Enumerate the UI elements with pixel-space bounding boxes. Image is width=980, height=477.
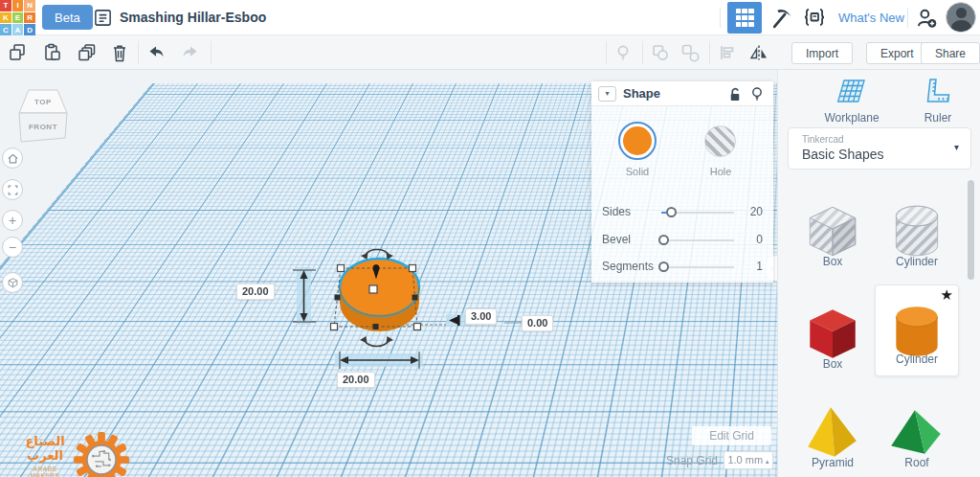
svg-text:FRONT: FRONT [29,123,57,131]
logo-tile: A [12,24,24,35]
share-button[interactable]: Share [921,42,980,64]
minecraft-pickaxe-icon[interactable] [769,6,793,33]
divider [709,41,710,64]
group-icon[interactable] [648,40,673,65]
slider-handle[interactable] [666,207,677,217]
divider [907,8,908,28]
zoom-out-button[interactable] [2,237,23,258]
ruler-tool[interactable]: Ruler [895,78,980,125]
pyramid-thumb [801,400,864,464]
slider-value: 20 [750,205,763,218]
shape-item-pyramid[interactable]: Pyramid [791,383,875,477]
chevron-down-icon [954,142,959,152]
snap-grid-value: 1.0 mm [727,454,763,466]
show-all-lightbulb-icon[interactable] [611,40,635,65]
box-transparent-thumb [801,199,864,262]
ungroup-icon[interactable] [678,40,702,65]
shape-item-box-transparent[interactable]: Box [791,182,875,278]
ruler-icon [923,78,953,106]
export-button[interactable]: Export [866,42,928,64]
design-properties-icon[interactable] [93,8,113,32]
shape-item-cylinder-transparent[interactable]: Cylinder [875,182,959,278]
slider-value: 1 [756,260,763,273]
hole-swatch[interactable] [704,125,736,157]
codeblocks-icon[interactable] [802,5,827,33]
hide-lightbulb-icon[interactable] [747,84,767,106]
workplane-tool[interactable]: Workplane [809,78,895,125]
workplane-label: Workplane [809,111,895,125]
shape-item-box-red[interactable]: Box [791,284,875,380]
zoom-in-button[interactable] [2,210,23,231]
apps-grid-button[interactable] [727,2,762,34]
shape-label: Pyramid [791,456,875,469]
redo-icon[interactable] [178,40,203,65]
elevation-dimension-input[interactable]: 0.00 [522,315,553,331]
view-cube[interactable]: TOP FRONT [15,87,71,148]
depth-dimension-input[interactable]: 20.00 [236,284,275,300]
box-red-thumb [801,302,864,365]
unlock-icon[interactable] [725,84,745,106]
watermark-latin-text: ARABS MAKERS [17,466,73,477]
segments-slider[interactable] [661,266,734,268]
rotate-handle-bottom[interactable] [360,336,393,346]
app-header: T I N K E R C A D Beta Smashing Hillar-E… [0,0,980,35]
solid-swatch[interactable] [618,122,657,160]
divider [138,41,139,64]
cylinder-object[interactable] [340,259,419,331]
solid-label: Solid [618,166,657,177]
slider-value: 0 [756,233,763,246]
segments-slider-row: Segments 1 [602,258,763,275]
whats-new-link[interactable]: What's New [838,11,904,25]
favorite-star-icon[interactable] [941,286,953,304]
shape-category-select[interactable]: Tinkercad Basic Shapes [788,127,971,170]
logo-tile: K [0,12,11,24]
logo-tile: C [0,24,11,35]
height-dimension-input[interactable]: 3.00 [465,308,497,325]
watermark-arabic-text: الصناع العرب [17,434,73,463]
width-dimension [335,352,423,369]
shape-label: Cylinder [875,255,959,268]
slider-handle[interactable] [658,235,669,245]
shape-item-cylinder-orange[interactable]: Cylinder [875,284,959,376]
beta-badge[interactable]: Beta [42,5,93,30]
svg-text:TOP: TOP [34,98,52,106]
snap-grid-select[interactable]: 1.0 mm [724,451,773,469]
logo-tile: R [24,12,35,24]
width-dimension-input[interactable]: 20.00 [337,372,375,388]
tinkercad-logo[interactable]: T I N K E R C A D [0,0,35,35]
sides-slider[interactable] [661,212,734,214]
roof-thumb [885,400,948,464]
sidebar-scrollbar[interactable] [968,180,974,280]
logo-tile: N [24,0,35,11]
logo-tile: E [12,12,24,24]
cylinder-transparent-thumb [885,199,948,262]
slider-handle[interactable] [658,261,669,272]
import-button[interactable]: Import [791,42,853,64]
slider-label: Sides [602,205,631,218]
mirror-flip-icon[interactable] [746,40,771,65]
fit-view-button[interactable] [2,179,23,200]
align-icon[interactable] [715,40,740,65]
perspective-toggle-button[interactable] [2,272,23,293]
arab-makers-watermark: الصناع العرب ARABS MAKERS [17,431,130,477]
grid-icon [736,9,754,27]
bevel-slider-row: Bevel 0 [602,231,763,248]
bevel-slider[interactable] [661,239,734,241]
panel-collapse-chevron-icon[interactable] [598,86,616,102]
copy-icon[interactable] [5,40,30,65]
shape-item-roof[interactable]: Roof [875,383,959,477]
avatar[interactable] [946,2,976,33]
snap-grid-label: Snap Grid [658,454,718,467]
home-view-button[interactable] [2,148,23,169]
edit-grid-button[interactable]: Edit Grid [692,426,771,445]
gear-logo-icon [73,431,130,477]
undo-icon[interactable] [144,40,168,65]
duplicate-icon[interactable] [74,40,99,65]
delete-trash-icon[interactable] [107,40,132,65]
viewport-3d[interactable]: 20.00 20.00 3.00 0.00 TOP FRONT Edit Gri… [0,70,777,477]
invite-person-add-icon[interactable] [914,6,939,34]
paste-icon[interactable] [39,40,64,65]
shape-panel-title: Shape [623,86,660,101]
logo-tile: T [0,0,11,11]
sides-slider-row: Sides 20 [602,203,763,220]
